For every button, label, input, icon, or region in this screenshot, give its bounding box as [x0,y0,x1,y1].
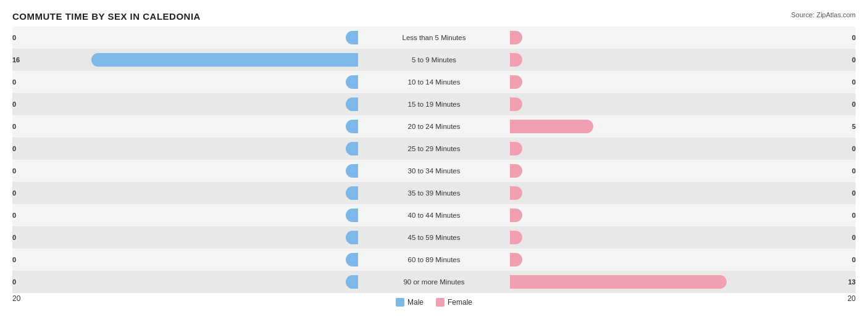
female-bar [510,275,727,289]
right-section: 13 [510,271,856,293]
male-value: 0 [12,78,16,86]
male-value: 0 [12,256,16,263]
female-value: 0 [852,167,856,175]
male-bar [346,275,358,289]
bar-label: 45 to 59 Minutes [358,234,510,241]
source-text: Source: ZipAtlas.com [791,11,856,19]
chart-title: COMMUTE TIME BY SEX IN CALEDONIA [12,11,201,22]
legend-male-item: Male [396,298,424,307]
left-section: 0 [12,160,358,182]
male-bar [346,231,358,244]
bar-label: 5 to 9 Minutes [358,56,510,64]
chart-area: 0Less than 5 Minutes0165 to 9 Minutes001… [12,27,856,293]
right-section: 0 [510,27,856,49]
legend-female-box [436,298,444,307]
male-value: 0 [12,167,16,175]
female-value: 0 [852,145,856,152]
female-value: 0 [852,56,856,64]
legend-male-label: Male [407,298,424,307]
female-bar [510,75,522,89]
male-value: 0 [12,101,16,108]
bar-row: 0Less than 5 Minutes0 [12,27,856,49]
female-value: 0 [852,189,856,197]
bar-row: 045 to 59 Minutes0 [12,226,856,249]
title-row: COMMUTE TIME BY SEX IN CALEDONIA Source:… [12,11,856,22]
right-section: 0 [510,138,856,160]
male-value: 0 [12,278,16,286]
female-value: 0 [852,256,856,263]
male-value: 0 [12,189,16,197]
bar-label: 25 to 29 Minutes [358,145,510,152]
axis-right-label: 20 [848,294,856,307]
left-section: 0 [12,271,358,293]
legend-female-item: Female [436,298,472,307]
female-bar [510,186,522,200]
male-bar [346,208,358,222]
bar-row: 060 to 89 Minutes0 [12,249,856,271]
male-value: 0 [12,34,16,41]
bar-row: 010 to 14 Minutes0 [12,71,856,93]
left-section: 0 [12,204,358,226]
male-bar [346,120,358,133]
right-section: 0 [510,93,856,115]
right-section: 0 [510,226,856,249]
female-value: 5 [852,123,856,130]
left-section: 0 [12,115,358,138]
left-section: 0 [12,71,358,93]
male-value: 0 [12,212,16,219]
female-value: 0 [852,234,856,241]
legend-female-label: Female [448,298,472,307]
right-section: 0 [510,160,856,182]
left-section: 0 [12,182,358,204]
female-bar [510,231,522,244]
male-value: 0 [12,145,16,152]
female-value: 0 [852,212,856,219]
female-bar [510,253,522,266]
female-bar [510,164,522,178]
male-value: 0 [12,234,16,241]
right-section: 0 [510,49,856,71]
right-section: 5 [510,115,856,138]
bar-row: 030 to 34 Minutes0 [12,160,856,182]
right-section: 0 [510,182,856,204]
left-section: 0 [12,93,358,115]
right-section: 0 [510,204,856,226]
female-bar [510,53,522,67]
legend-male-box [396,298,404,307]
bar-label: 60 to 89 Minutes [358,256,510,263]
female-value: 0 [852,34,856,41]
bar-label: 20 to 24 Minutes [358,123,510,130]
male-bar [346,31,358,44]
left-section: 16 [12,49,358,71]
bar-label: 40 to 44 Minutes [358,212,510,219]
bar-label: 15 to 19 Minutes [358,101,510,108]
male-bar [91,53,358,67]
male-value: 16 [12,56,20,64]
bar-row: 025 to 29 Minutes0 [12,138,856,160]
bar-row: 165 to 9 Minutes0 [12,49,856,71]
left-section: 0 [12,27,358,49]
left-section: 0 [12,249,358,271]
male-bar [346,164,358,178]
female-value: 0 [852,78,856,86]
bar-row: 020 to 24 Minutes5 [12,115,856,138]
bar-row: 040 to 44 Minutes0 [12,204,856,226]
female-bar [510,97,522,111]
male-bar [346,186,358,200]
male-bar [346,75,358,89]
bar-row: 090 or more Minutes13 [12,271,856,293]
female-value: 0 [852,101,856,108]
male-bar [346,142,358,155]
male-value: 0 [12,123,16,130]
bar-label: 30 to 34 Minutes [358,167,510,175]
female-value: 13 [848,278,856,286]
male-bar [346,253,358,266]
female-bar [510,31,522,44]
right-section: 0 [510,249,856,271]
male-bar [346,97,358,111]
left-section: 0 [12,226,358,249]
right-section: 0 [510,71,856,93]
bar-row: 035 to 39 Minutes0 [12,182,856,204]
female-bar [510,142,522,155]
chart-container: COMMUTE TIME BY SEX IN CALEDONIA Source:… [0,0,868,322]
